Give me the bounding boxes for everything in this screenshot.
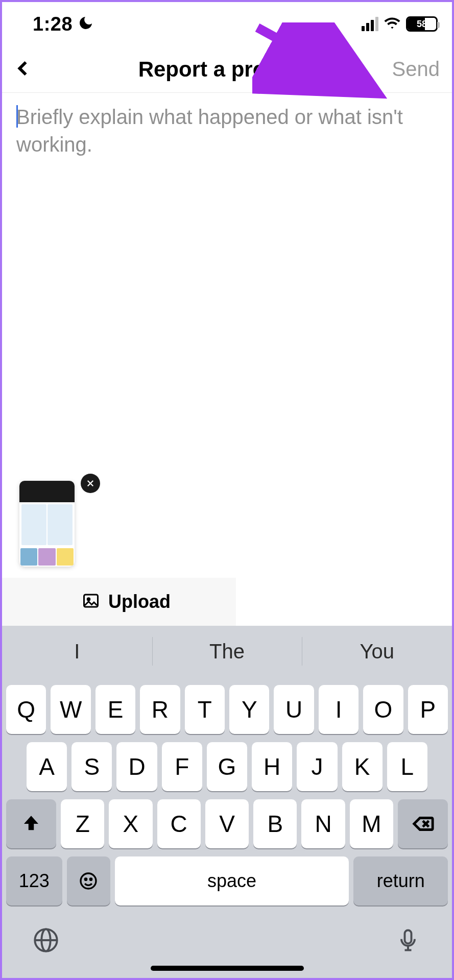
suggestion-2[interactable]: The	[152, 626, 302, 677]
wifi-icon	[384, 14, 401, 34]
key-q[interactable]: Q	[6, 685, 46, 734]
key-e[interactable]: E	[95, 685, 135, 734]
dictation-mic-icon[interactable]	[395, 927, 421, 955]
home-indicator[interactable]	[151, 966, 304, 971]
cellular-signal-icon	[362, 17, 378, 31]
phone-screen: 1:28 58 Report a problem Send	[0, 0, 454, 980]
status-bar: 1:28 58	[2, 2, 452, 46]
key-w[interactable]: W	[51, 685, 90, 734]
upload-label: Upload	[108, 591, 171, 612]
key-f[interactable]: F	[162, 742, 202, 791]
svg-point-8	[85, 878, 86, 880]
remove-attachment-button[interactable]	[81, 474, 100, 493]
key-p[interactable]: P	[408, 685, 448, 734]
key-d[interactable]: D	[116, 742, 157, 791]
key-n[interactable]: N	[301, 799, 345, 848]
suggestion-1[interactable]: I	[2, 626, 152, 677]
keyboard-suggestions: I The You	[2, 626, 452, 677]
key-emoji[interactable]	[67, 856, 110, 905]
key-space[interactable]: space	[115, 856, 349, 905]
key-k[interactable]: K	[342, 742, 383, 791]
keyboard: I The You Q W E R T Y U I O P A S D F G …	[2, 626, 452, 978]
key-j[interactable]: J	[297, 742, 337, 791]
attachment-row	[2, 481, 452, 578]
send-button[interactable]: Send	[392, 58, 440, 81]
battery-percent: 58	[417, 19, 427, 30]
svg-point-7	[81, 873, 96, 889]
problem-description-area	[2, 93, 452, 481]
key-c[interactable]: C	[157, 799, 201, 848]
key-h[interactable]: H	[252, 742, 292, 791]
svg-point-4	[87, 598, 90, 601]
key-y[interactable]: Y	[229, 685, 269, 734]
key-z[interactable]: Z	[61, 799, 104, 848]
key-u[interactable]: U	[274, 685, 314, 734]
attachment-thumbnail[interactable]	[19, 481, 75, 567]
page-title: Report a problem	[138, 57, 316, 82]
key-i[interactable]: I	[319, 685, 359, 734]
back-button[interactable]	[14, 59, 33, 80]
text-cursor	[16, 105, 18, 128]
key-l[interactable]: L	[387, 742, 427, 791]
key-s[interactable]: S	[71, 742, 112, 791]
key-g[interactable]: G	[207, 742, 247, 791]
key-o[interactable]: O	[363, 685, 403, 734]
key-shift[interactable]	[6, 799, 56, 848]
key-b[interactable]: B	[253, 799, 297, 848]
key-x[interactable]: X	[109, 799, 152, 848]
globe-icon[interactable]	[33, 927, 59, 955]
image-icon	[82, 592, 100, 612]
battery-icon: 58	[406, 16, 438, 32]
problem-description-input[interactable]	[16, 103, 438, 471]
svg-point-9	[90, 878, 91, 880]
key-t[interactable]: T	[185, 685, 225, 734]
key-v[interactable]: V	[205, 799, 249, 848]
key-m[interactable]: M	[350, 799, 393, 848]
key-123[interactable]: 123	[6, 856, 62, 905]
status-time: 1:28	[33, 13, 73, 35]
upload-button[interactable]: Upload	[2, 578, 236, 626]
key-a[interactable]: A	[27, 742, 67, 791]
dnd-moon-icon	[78, 15, 94, 33]
key-r[interactable]: R	[140, 685, 180, 734]
svg-rect-13	[405, 930, 412, 944]
nav-bar: Report a problem Send	[2, 46, 452, 93]
key-backspace[interactable]	[398, 799, 448, 848]
key-return[interactable]: return	[353, 856, 448, 905]
suggestion-3[interactable]: You	[302, 626, 452, 677]
